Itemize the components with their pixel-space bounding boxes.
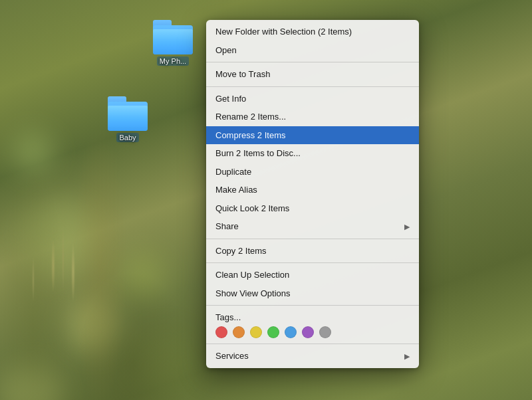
menu-item-quick-look[interactable]: Quick Look 2 Items [206, 199, 419, 218]
icon-label-baby: Baby [116, 133, 138, 142]
menu-item-burn[interactable]: Burn 2 Items to Disc... [206, 144, 419, 163]
desktop-icon-my-photos[interactable]: My Ph... [153, 20, 193, 66]
tag-dot-orange[interactable] [233, 326, 245, 338]
menu-item-label-new-folder: New Folder with Selection (2 Items) [215, 25, 352, 39]
menu-item-label-share: Share [215, 220, 239, 233]
menu-item-duplicate[interactable]: Duplicate [206, 163, 419, 181]
menu-item-share[interactable]: Share▶ [206, 217, 419, 236]
separator-sep4 [206, 262, 419, 263]
submenu-arrow-services: ▶ [404, 351, 410, 362]
menu-item-label-services: Services [215, 350, 249, 363]
submenu-arrow-share: ▶ [404, 221, 410, 233]
tags-label: Tags... [215, 312, 410, 322]
menu-item-label-rename: Rename 2 Items... [215, 110, 286, 124]
separator-sep5 [206, 305, 419, 306]
folder-icon-my-photos [153, 20, 193, 54]
desktop-icon-baby[interactable]: Baby [108, 96, 148, 142]
tags-section: Tags... [206, 308, 419, 341]
menu-item-label-copy: Copy 2 Items [215, 245, 267, 258]
menu-item-clean-up[interactable]: Clean Up Selection [206, 266, 419, 284]
tag-dot-yellow[interactable] [250, 326, 262, 338]
separator-sep3 [206, 239, 419, 239]
menu-item-make-alias[interactable]: Make Alias [206, 181, 419, 199]
folder-front-baby [108, 106, 148, 131]
menu-item-label-duplicate: Duplicate [215, 165, 251, 179]
tag-dot-green[interactable] [267, 326, 279, 338]
icon-label-my-photos: My Ph... [157, 56, 189, 66]
menu-item-open[interactable]: Open [206, 41, 419, 60]
context-menu: New Folder with Selection (2 Items)OpenM… [206, 20, 419, 368]
menu-item-get-info[interactable]: Get Info [206, 90, 419, 108]
menu-item-copy[interactable]: Copy 2 Items [206, 242, 419, 260]
menu-item-show-view-options[interactable]: Show View Options [206, 284, 419, 303]
menu-item-label-compress: Compress 2 Items [215, 129, 285, 142]
menu-item-label-get-info: Get Info [215, 92, 246, 106]
folder-icon-baby [108, 96, 148, 131]
tag-dots-container [215, 326, 410, 338]
bokeh-4 [133, 332, 200, 399]
menu-item-label-move-to-trash: Move to Trash [215, 68, 270, 81]
folder-front [153, 29, 193, 54]
bokeh-6 [0, 365, 60, 400]
menu-item-move-to-trash[interactable]: Move to Trash [206, 65, 419, 84]
menu-item-label-clean-up: Clean Up Selection [215, 268, 289, 282]
tag-dot-gray[interactable] [319, 326, 331, 338]
menu-item-rename[interactable]: Rename 2 Items... [206, 108, 419, 126]
menu-item-new-folder[interactable]: New Folder with Selection (2 Items) [206, 23, 419, 41]
bokeh-3 [13, 133, 53, 173]
tag-dot-purple[interactable] [302, 326, 314, 338]
separator-sep6 [206, 344, 419, 344]
tag-dot-red[interactable] [215, 326, 227, 338]
menu-item-label-make-alias: Make Alias [215, 183, 257, 197]
separator-sep1 [206, 62, 419, 62]
menu-item-label-show-view-options: Show View Options [215, 287, 291, 300]
menu-item-label-quick-look: Quick Look 2 Items [215, 202, 289, 215]
bokeh-5 [120, 252, 166, 299]
bokeh-2 [66, 299, 120, 352]
tag-dot-blue[interactable] [285, 326, 297, 338]
menu-item-label-burn: Burn 2 Items to Disc... [215, 147, 301, 160]
bokeh-1 [20, 199, 100, 279]
separator-sep2 [206, 86, 419, 87]
menu-item-services[interactable]: Services▶ [206, 347, 419, 365]
menu-item-label-open: Open [215, 44, 237, 57]
menu-item-compress[interactable]: Compress 2 Items [206, 126, 419, 145]
